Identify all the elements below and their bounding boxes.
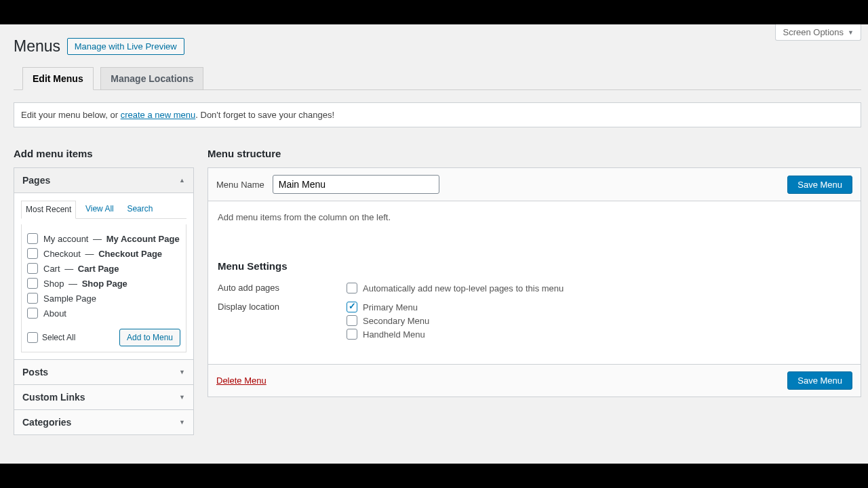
list-item: Shop — Shop Page [27,276,180,291]
pages-panel: My account — My Account Page Checkout — … [21,224,186,352]
save-menu-button-bottom[interactable]: Save Menu [787,371,852,390]
sub-tab-view-all[interactable]: View All [81,201,118,218]
page-label[interactable]: About [43,308,66,319]
menu-structure-heading: Menu structure [208,148,861,159]
location-secondary-label: Secondary Menu [363,316,429,326]
chevron-down-icon: ▼ [179,369,185,375]
menu-edit-panel: Menu Name Save Menu Add menu items from … [208,167,861,397]
list-item: Cart — Cart Page [27,261,180,276]
location-secondary-checkbox[interactable] [347,315,357,326]
accordion-categories-label: Categories [22,417,71,428]
page-checkbox[interactable] [27,293,38,304]
create-new-menu-link[interactable]: create a new menu [121,110,196,120]
accordion-categories: Categories ▼ [14,410,194,435]
accordion-categories-toggle[interactable]: Categories ▼ [14,410,193,434]
location-primary-checkbox[interactable] [347,302,357,312]
list-item: Checkout — Checkout Page [27,246,180,261]
nav-tab-wrapper: Edit Menus Manage Locations [14,66,861,90]
location-handheld-label: Handheld Menu [363,329,425,340]
auto-add-pages-checkbox[interactable] [347,283,357,293]
page-label[interactable]: Cart — Cart Page [43,264,119,274]
chevron-down-icon: ▼ [179,394,185,401]
display-location-label: Display location [218,300,347,312]
page-label[interactable]: Checkout — Checkout Page [43,249,162,259]
select-all-label: Select All [42,333,75,342]
sub-tabs: Most Recent View All Search [21,200,186,219]
page-checkbox[interactable] [27,248,38,259]
list-item: Sample Page [27,291,180,306]
add-to-menu-button[interactable]: Add to Menu [119,329,180,346]
add-menu-items-heading: Add menu items [14,148,194,159]
accordion-posts-toggle[interactable]: Posts ▼ [14,360,193,384]
chevron-up-icon: ▲ [179,177,185,184]
accordion-pages: Pages ▲ Most Recent View All Search My a… [14,167,194,360]
chevron-down-icon: ▼ [179,419,185,426]
screen-options-label: Screen Options [783,27,844,37]
manage-menus-notice: Edit your menu below, or create a new me… [14,102,861,127]
page-checkbox[interactable] [27,263,38,274]
accordion-custom-links: Custom Links ▼ [14,385,194,410]
page-checkbox[interactable] [27,233,38,244]
page-checkbox[interactable] [27,278,38,289]
accordion-custom-links-toggle[interactable]: Custom Links ▼ [14,385,193,409]
accordion-posts-label: Posts [22,367,48,378]
page-title: Menus [14,31,60,58]
chevron-down-icon: ▼ [848,29,854,36]
menu-items-hint: Add menu items from the column on the le… [218,212,851,222]
auto-add-pages-label: Auto add pages [218,281,347,293]
accordion-pages-label: Pages [22,175,50,186]
save-menu-button-top[interactable]: Save Menu [787,176,852,194]
page-label[interactable]: Shop — Shop Page [43,279,127,289]
delete-menu-link[interactable]: Delete Menu [216,375,267,386]
accordion-custom-links-label: Custom Links [22,392,85,403]
auto-add-pages-text: Automatically add new top-level pages to… [363,283,564,293]
list-item: About [27,306,180,321]
accordion-pages-toggle[interactable]: Pages ▲ [14,168,193,193]
page-label[interactable]: My account — My Account Page [43,234,180,244]
notice-suffix: . Don't forget to save your changes! [195,110,334,120]
page-checkbox[interactable] [27,308,38,319]
sub-tab-most-recent[interactable]: Most Recent [21,201,76,219]
menu-settings-heading: Menu Settings [218,260,851,272]
location-handheld-checkbox[interactable] [347,329,357,340]
manage-live-preview-button[interactable]: Manage with Live Preview [67,38,184,55]
select-all-checkbox[interactable] [27,332,38,343]
list-item: My account — My Account Page [27,231,180,246]
page-label[interactable]: Sample Page [43,293,96,304]
tab-edit-menus[interactable]: Edit Menus [22,67,94,90]
accordion-posts: Posts ▼ [14,360,194,385]
location-primary-label: Primary Menu [363,302,418,312]
tab-manage-locations[interactable]: Manage Locations [100,67,203,89]
sub-tab-search[interactable]: Search [123,201,157,218]
menu-name-input[interactable] [273,175,439,194]
notice-prefix: Edit your menu below, or [21,110,121,120]
menu-name-label: Menu Name [216,180,264,190]
screen-options-toggle[interactable]: Screen Options ▼ [775,24,861,41]
